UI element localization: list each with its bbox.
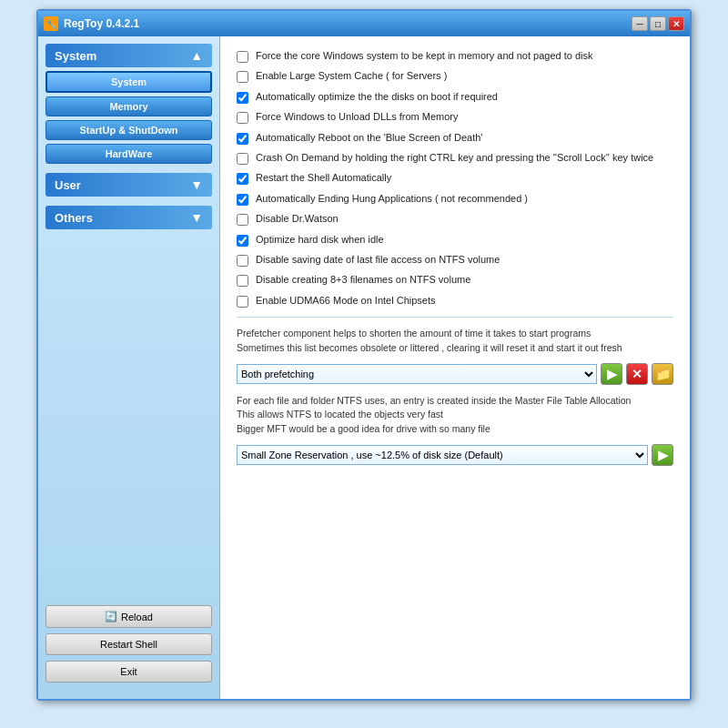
others-header-label: Others xyxy=(55,211,93,225)
bottom-buttons: 🔄 Reload Restart Shell Exit xyxy=(46,605,212,692)
checkbox-cb2[interactable] xyxy=(237,71,248,83)
mft-desc-line2: This allows NTFS to located the objects … xyxy=(237,409,443,420)
checkbox-label-4: Force Windows to Unload DLLs from Memory xyxy=(256,110,459,124)
prefetch-folder-button[interactable]: 📁 xyxy=(652,363,673,385)
close-button[interactable]: ✕ xyxy=(668,16,684,31)
checkbox-label-9: Disable Dr.Watson xyxy=(256,212,339,226)
checkbox-item-5: Automatically Reboot on the 'Blue Screen… xyxy=(237,131,673,145)
mft-desc: For each file and folder NTFS uses, an e… xyxy=(237,394,673,437)
checkbox-cb3[interactable] xyxy=(237,92,248,104)
mft-go-button[interactable]: ▶ xyxy=(652,444,673,466)
user-header[interactable]: User ▼ xyxy=(46,173,212,197)
system-section: System ▲ System Memory StartUp & ShutDow… xyxy=(46,44,212,164)
title-buttons: ─ □ ✕ xyxy=(632,16,684,31)
prefetch-desc: Prefetcher component helps to shorten th… xyxy=(237,327,673,356)
checkbox-cb6[interactable] xyxy=(237,153,248,165)
separator xyxy=(237,317,673,318)
prefetch-delete-button[interactable]: ✕ xyxy=(626,363,648,385)
others-section: Others ▼ xyxy=(46,206,212,229)
checkbox-label-12: Disable creating 8+3 filenames on NTFS v… xyxy=(256,273,470,287)
checkbox-cb4[interactable] xyxy=(237,112,248,124)
checkbox-item-8: Automatically Ending Hung Applications (… xyxy=(237,192,673,206)
mft-select[interactable]: Small Zone Reservation , use ~12.5% of d… xyxy=(237,445,648,465)
checkbox-cb1[interactable] xyxy=(237,51,248,63)
minimize-button[interactable]: ─ xyxy=(632,16,648,31)
sidebar: System ▲ System Memory StartUp & ShutDow… xyxy=(38,36,220,699)
checkbox-item-3: Automatically optimize the the disks on … xyxy=(237,90,673,104)
checkbox-item-11: Disable saving date of last file access … xyxy=(237,253,673,267)
checkbox-label-11: Disable saving date of last file access … xyxy=(256,253,500,267)
mft-desc-line3: Bigger MFT would be a good idea for driv… xyxy=(237,423,490,434)
prefetch-row: DisabledApplication prefetchingBoot pref… xyxy=(237,363,673,385)
maximize-button[interactable]: □ xyxy=(650,16,666,31)
checkboxes-container: Force the core Windows system to be kept… xyxy=(237,49,673,308)
user-arrow-icon: ▼ xyxy=(190,177,203,192)
checkbox-cb8[interactable] xyxy=(237,194,248,206)
restart-shell-button[interactable]: Restart Shell xyxy=(46,633,212,655)
others-header[interactable]: Others ▼ xyxy=(46,206,212,229)
system-nav-button[interactable]: System xyxy=(46,71,212,93)
checkbox-item-1: Force the core Windows system to be kept… xyxy=(237,49,673,63)
system-header[interactable]: System ▲ xyxy=(46,44,212,67)
checkbox-item-13: Enable UDMA66 Mode on Intel Chipsets xyxy=(237,294,673,308)
checkbox-label-10: Optimize hard disk when idle xyxy=(256,233,384,247)
reload-button[interactable]: 🔄 Reload xyxy=(46,605,212,628)
window-title: RegToy 0.4.2.1 xyxy=(64,17,139,30)
prefetch-desc-line1: Prefetcher component helps to shorten th… xyxy=(237,328,591,339)
reload-label: Reload xyxy=(121,612,153,622)
main-panel: Force the core Windows system to be kept… xyxy=(220,36,690,699)
checkbox-cb10[interactable] xyxy=(237,235,248,247)
exit-label: Exit xyxy=(120,666,136,677)
mft-desc-line1: For each file and folder NTFS uses, an e… xyxy=(237,395,631,406)
checkbox-item-12: Disable creating 8+3 filenames on NTFS v… xyxy=(237,273,673,287)
checkbox-cb9[interactable] xyxy=(237,214,248,226)
memory-nav-button[interactable]: Memory xyxy=(46,96,212,116)
checkbox-item-6: Crash On Demand by holding the right CTR… xyxy=(237,151,673,165)
app-icon: 🔧 xyxy=(44,16,58,31)
checkbox-label-3: Automatically optimize the the disks on … xyxy=(256,90,498,104)
prefetch-desc-line2: Sometimes this list becomes obsolete or … xyxy=(237,342,622,353)
exit-button[interactable]: Exit xyxy=(46,661,212,682)
checkbox-item-4: Force Windows to Unload DLLs from Memory xyxy=(237,110,673,124)
checkbox-label-7: Restart the Shell Automatically xyxy=(256,171,391,185)
checkbox-cb11[interactable] xyxy=(237,255,248,267)
checkbox-label-1: Force the core Windows system to be kept… xyxy=(256,49,593,63)
mft-section: For each file and folder NTFS uses, an e… xyxy=(237,394,673,466)
others-arrow-icon: ▼ xyxy=(190,210,203,225)
checkbox-item-7: Restart the Shell Automatically xyxy=(237,171,673,185)
checkbox-cb5[interactable] xyxy=(237,133,248,145)
system-header-label: System xyxy=(55,49,96,63)
checkbox-cb7[interactable] xyxy=(237,173,248,185)
checkbox-cb13[interactable] xyxy=(237,296,248,308)
checkbox-cb12[interactable] xyxy=(237,275,248,287)
checkbox-label-13: Enable UDMA66 Mode on Intel Chipsets xyxy=(256,294,436,308)
prefetch-select[interactable]: DisabledApplication prefetchingBoot pref… xyxy=(237,364,597,384)
content-area: System ▲ System Memory StartUp & ShutDow… xyxy=(38,36,690,699)
user-header-label: User xyxy=(55,178,81,192)
mft-row: Small Zone Reservation , use ~12.5% of d… xyxy=(237,444,673,466)
title-bar: 🔧 RegToy 0.4.2.1 ─ □ ✕ xyxy=(38,11,690,36)
checkbox-label-8: Automatically Ending Hung Applications (… xyxy=(256,192,528,206)
checkbox-item-10: Optimize hard disk when idle xyxy=(237,233,673,247)
prefetch-go-button[interactable]: ▶ xyxy=(601,363,622,385)
startup-nav-button[interactable]: StartUp & ShutDown xyxy=(46,120,212,140)
prefetch-section: Prefetcher component helps to shorten th… xyxy=(237,327,673,385)
reload-icon: 🔄 xyxy=(105,611,117,622)
system-arrow-icon: ▲ xyxy=(190,48,203,63)
checkbox-label-2: Enable Large System Cache ( for Servers … xyxy=(256,69,447,83)
user-section: User ▼ xyxy=(46,173,212,197)
checkbox-label-6: Crash On Demand by holding the right CTR… xyxy=(256,151,653,165)
checkbox-item-2: Enable Large System Cache ( for Servers … xyxy=(237,69,673,83)
main-window: 🔧 RegToy 0.4.2.1 ─ □ ✕ System ▲ System M… xyxy=(36,9,692,701)
checkbox-label-5: Automatically Reboot on the 'Blue Screen… xyxy=(256,131,482,145)
restart-shell-label: Restart Shell xyxy=(100,639,157,650)
hardware-nav-button[interactable]: HardWare xyxy=(46,144,212,164)
checkbox-item-9: Disable Dr.Watson xyxy=(237,212,673,226)
title-bar-left: 🔧 RegToy 0.4.2.1 xyxy=(44,16,139,31)
